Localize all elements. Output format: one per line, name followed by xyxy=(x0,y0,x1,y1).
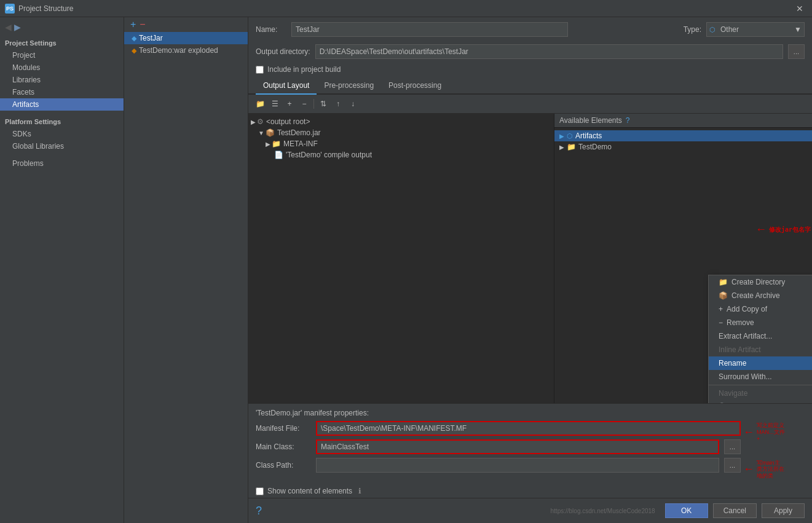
create-archive-icon: 📦 xyxy=(719,291,728,300)
title-bar-left: PS Project Structure xyxy=(5,4,73,14)
include-label: Include in project build xyxy=(267,65,341,74)
sidebar-item-project[interactable]: Project xyxy=(0,49,124,61)
main-class-row: Main Class: ... xyxy=(256,439,741,454)
close-button[interactable]: ✕ xyxy=(792,2,807,15)
window-title: Project Structure xyxy=(18,4,73,13)
available-elements-help[interactable]: ? xyxy=(626,116,630,125)
available-item-testdemo[interactable]: ▶ 📁 TestDemo xyxy=(554,141,812,152)
name-input[interactable] xyxy=(291,22,568,37)
class-path-browse-button[interactable]: ... xyxy=(724,458,741,473)
tree-item-output-root[interactable]: ▶ ⚙ <output root> xyxy=(248,116,554,127)
sidebar-item-modules[interactable]: Modules xyxy=(0,61,124,74)
main-class-label: Main Class: xyxy=(256,442,311,451)
remove-icon: − xyxy=(302,100,306,108)
tab-pre-processing[interactable]: Pre-processing xyxy=(317,77,381,95)
include-checkbox[interactable] xyxy=(256,66,264,74)
available-item-label: TestDemo xyxy=(578,143,612,151)
help-button[interactable]: ? xyxy=(256,505,262,517)
app-icon: PS xyxy=(5,4,15,14)
ctx-item-label: Remove xyxy=(727,318,754,327)
sidebar-item-sdks[interactable]: SDKs xyxy=(0,128,124,140)
sidebar-item-label: Facets xyxy=(12,88,34,96)
artifact-editor-toolbar: 📁 ☰ + − ⇅ ↑ xyxy=(248,95,812,114)
available-elements-header: Available Elements ? xyxy=(554,114,812,128)
artifact-item-testjar[interactable]: ◆ TestJar xyxy=(124,32,248,44)
sort-toolbar-button[interactable]: ⇅ xyxy=(317,97,330,111)
project-settings-header[interactable]: Project Settings xyxy=(0,37,124,49)
output-dir-input[interactable] xyxy=(315,44,783,59)
available-item-label: Artifacts xyxy=(575,132,602,140)
ctx-add-copy-of[interactable]: + Add Copy of ▶ xyxy=(709,302,812,316)
type-select-arrow-icon: ▼ xyxy=(792,25,804,34)
context-menu: 📁 Create Directory 📦 Create Archive xyxy=(708,275,812,403)
class-path-label: Class Path: xyxy=(256,461,311,470)
remove-toolbar-button[interactable]: − xyxy=(298,97,311,111)
platform-settings-header[interactable]: Platform Settings xyxy=(0,116,124,128)
ctx-find-usages: 🔍 Find Usages Alt+F7 xyxy=(709,400,812,403)
sidebar-item-problems[interactable]: Problems xyxy=(0,157,124,170)
sidebar-nav-arrows: ◀ ▶ xyxy=(0,20,124,37)
apply-button[interactable]: Apply xyxy=(762,503,805,518)
sidebar-item-libraries[interactable]: Libraries xyxy=(0,74,124,86)
cancel-button[interactable]: Cancel xyxy=(713,503,757,518)
ok-button[interactable]: OK xyxy=(665,503,708,518)
sidebar-item-global-libraries[interactable]: Global Libraries xyxy=(0,140,124,152)
ctx-item-label: Find Usages xyxy=(731,403,773,403)
add-artifact-button[interactable]: + xyxy=(129,20,137,29)
type-select-icon: ⬡ xyxy=(707,26,718,34)
main-panel: Name: Type: ⬡ Other ▼ Output directory: … xyxy=(248,17,812,523)
ctx-inline-artifact: Inline Artifact xyxy=(709,343,812,356)
folder-icon: 📁 xyxy=(272,140,281,148)
ctx-create-archive[interactable]: 📦 Create Archive xyxy=(709,289,812,302)
main-class-input[interactable] xyxy=(316,439,719,454)
show-content-label: Show content of elements xyxy=(267,487,352,495)
artifact-item-testdemo-war[interactable]: ◆ TestDemo:war exploded xyxy=(124,44,248,57)
ctx-item-label: Create Archive xyxy=(731,291,780,300)
sidebar-item-facets[interactable]: Facets xyxy=(0,86,124,98)
show-content-row: Show content of elements ℹ xyxy=(248,484,812,498)
open-folder-icon: 📁 xyxy=(256,100,265,108)
properties-toolbar-button[interactable]: ☰ xyxy=(268,97,282,111)
sidebar-item-artifacts[interactable]: Artifacts xyxy=(0,98,124,111)
title-bar: PS Project Structure ✕ xyxy=(0,0,812,17)
manifest-annotation: ← 写之前定义MAN...文件+ xyxy=(743,422,805,442)
tree-item-meta-inf[interactable]: ▶ 📁 META-INF xyxy=(248,138,554,149)
main-class-browse-button[interactable]: ... xyxy=(724,439,741,454)
show-content-checkbox[interactable] xyxy=(256,487,264,495)
jar-artifact-icon: ◆ xyxy=(132,34,136,42)
tree-expand-icon: ▶ xyxy=(266,141,270,147)
create-directory-icon: 📁 xyxy=(719,278,728,286)
add-toolbar-button[interactable]: + xyxy=(283,97,296,111)
available-item-artifacts[interactable]: ▶ ⬡ Artifacts xyxy=(554,130,812,141)
manifest-file-input[interactable] xyxy=(316,421,741,436)
output-dir-browse-button[interactable]: ... xyxy=(788,44,805,59)
tree-item-testdemo-jar[interactable]: ▼ 📦 TestDemo.jar xyxy=(248,127,554,138)
type-label: Type: xyxy=(684,25,701,34)
up-icon: ↑ xyxy=(336,100,340,108)
ctx-rename[interactable]: Rename Shift+F6 xyxy=(709,356,812,370)
ctx-extract-artifact[interactable]: Extract Artifact... xyxy=(709,329,812,343)
available-elements-title: Available Elements xyxy=(559,116,622,125)
open-folder-toolbar-button[interactable]: 📁 xyxy=(253,97,267,111)
nav-forward-icon[interactable]: ▶ xyxy=(14,22,21,32)
tree-item-label: <output root> xyxy=(266,117,310,126)
nav-back-icon[interactable]: ◀ xyxy=(5,22,12,32)
manifest-annotation-text: 写之前定义MAN...文件+ xyxy=(757,422,785,442)
ctx-surround-with[interactable]: Surround With... Ctrl+Alt+T xyxy=(709,370,812,383)
down-toolbar-button[interactable]: ↓ xyxy=(346,97,360,111)
ctx-item-label: Navigate xyxy=(719,389,747,398)
ctx-item-label: Rename xyxy=(719,359,746,368)
tab-post-processing[interactable]: Post-processing xyxy=(381,77,449,95)
tree-item-compile-output[interactable]: 📄 'TestDemo' compile output xyxy=(248,149,554,160)
type-select[interactable]: ⬡ Other ▼ xyxy=(706,22,805,37)
ctx-create-directory[interactable]: 📁 Create Directory xyxy=(709,275,812,289)
ctx-remove[interactable]: − Remove Delete xyxy=(709,316,812,329)
class-path-input[interactable] xyxy=(316,458,719,473)
tab-output-layout[interactable]: Output Layout xyxy=(256,77,317,95)
remove-icon: − xyxy=(719,318,723,327)
remove-artifact-button[interactable]: − xyxy=(138,20,146,29)
main-container: ◀ ▶ Project Settings Project Modules Lib… xyxy=(0,17,812,523)
up-toolbar-button[interactable]: ↑ xyxy=(331,97,345,111)
artifact-list-panel: + − ◆ TestJar ◆ TestDemo:war exploded xyxy=(124,17,248,523)
split-pane: ▶ ⚙ <output root> ▼ 📦 TestDemo.jar xyxy=(248,114,812,403)
